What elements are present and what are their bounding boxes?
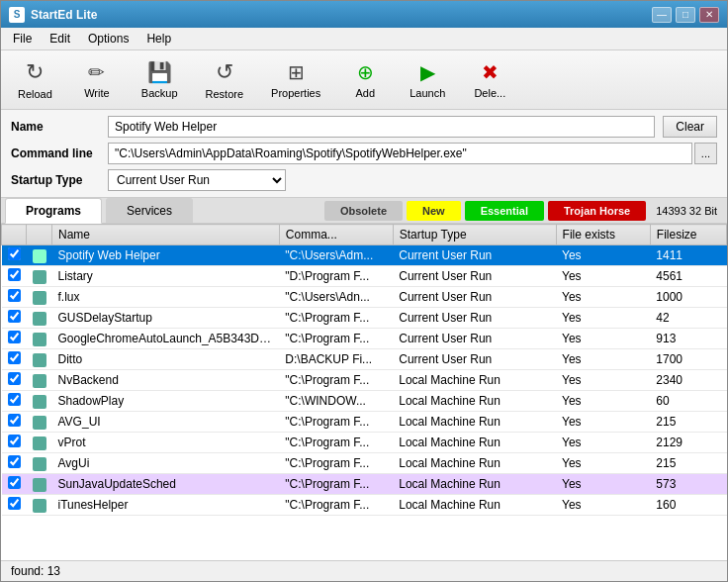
row-checkbox[interactable]: [2, 495, 27, 516]
row-fileexists: Yes: [556, 287, 650, 308]
table-row[interactable]: f.lux "C:\Users\Adn... Current User Run …: [2, 287, 727, 308]
write-label: Write: [84, 87, 109, 99]
row-filesize: 1000: [650, 287, 726, 308]
window-controls: — □ ✕: [652, 7, 719, 23]
col-cmd[interactable]: Comma...: [279, 225, 393, 245]
tab-programs[interactable]: Programs: [5, 198, 102, 224]
table-row[interactable]: AVG_UI "C:\Program F... Local Machine Ru…: [2, 412, 727, 433]
menu-options[interactable]: Options: [80, 30, 136, 48]
row-name[interactable]: NvBackend: [52, 370, 280, 391]
row-checkbox[interactable]: [2, 245, 27, 266]
table-row[interactable]: Spotify Web Helper "C:\Users\Adm... Curr…: [2, 245, 727, 266]
table-row[interactable]: Listary "D:\Program F... Current User Ru…: [2, 266, 727, 287]
row-name[interactable]: f.lux: [52, 287, 280, 308]
table-row[interactable]: vProt "C:\Program F... Local Machine Run…: [2, 433, 727, 453]
row-fileexists: Yes: [556, 308, 650, 329]
row-name[interactable]: vProt: [52, 433, 280, 453]
restore-button[interactable]: ↺ Restore: [193, 54, 257, 105]
properties-button[interactable]: ⊞ Properties: [258, 54, 333, 105]
menu-help[interactable]: Help: [138, 30, 179, 48]
table-row[interactable]: AvgUi "C:\Program F... Local Machine Run…: [2, 453, 727, 474]
row-cmd: "C:\Program F...: [279, 453, 393, 474]
name-input[interactable]: [108, 116, 655, 138]
row-name[interactable]: AVG_UI: [52, 412, 280, 433]
maximize-button[interactable]: □: [676, 7, 695, 23]
close-button[interactable]: ✕: [699, 7, 719, 23]
reload-button[interactable]: ↻ Reload: [5, 54, 65, 105]
row-icon-cell: [27, 287, 52, 308]
row-filesize: 215: [650, 412, 726, 433]
cmd-input[interactable]: [108, 143, 692, 164]
startup-label: Startup Type: [11, 173, 100, 187]
row-name[interactable]: iTunesHelper: [52, 495, 280, 516]
launch-button[interactable]: ▶ Launch: [397, 54, 458, 105]
write-button[interactable]: ✏ Write: [67, 54, 127, 105]
table-row[interactable]: GUSDelayStartup "C:\Program F... Current…: [2, 308, 727, 329]
backup-button[interactable]: 💾 Backup: [129, 54, 191, 105]
col-filesize[interactable]: Filesize: [650, 225, 726, 245]
minimize-button[interactable]: —: [652, 7, 672, 23]
menu-file[interactable]: File: [5, 30, 40, 48]
row-checkbox[interactable]: [2, 453, 27, 474]
table-row[interactable]: ShadowPlay "C:\WINDOW... Local Machine R…: [2, 391, 727, 412]
row-checkbox[interactable]: [2, 329, 27, 349]
table-row[interactable]: GoogleChromeAutoLaunch_A5B343D047F "C:\P…: [2, 329, 727, 349]
col-startup[interactable]: Startup Type: [393, 225, 556, 245]
reload-label: Reload: [18, 88, 52, 100]
row-checkbox[interactable]: [2, 308, 27, 329]
row-checkbox[interactable]: [2, 391, 27, 412]
backup-icon: 💾: [147, 60, 172, 84]
row-cmd: "C:\Program F...: [279, 308, 393, 329]
table-row[interactable]: SunJavaUpdateSched "C:\Program F... Loca…: [2, 474, 727, 495]
menu-edit[interactable]: Edit: [42, 30, 78, 48]
category-essential-button[interactable]: Essential: [465, 201, 544, 221]
row-icon-cell: [27, 349, 52, 370]
row-checkbox[interactable]: [2, 412, 27, 433]
row-checkbox[interactable]: [2, 287, 27, 308]
table-row[interactable]: Ditto D:\BACKUP Fi... Current User Run Y…: [2, 349, 727, 370]
col-fileexists[interactable]: File exists: [556, 225, 650, 245]
row-startup: Local Machine Run: [393, 412, 556, 433]
category-trojan-button[interactable]: Trojan Horse: [548, 201, 646, 221]
row-icon-cell: [27, 329, 52, 349]
row-name[interactable]: AvgUi: [52, 453, 280, 474]
row-name[interactable]: GUSDelayStartup: [52, 308, 280, 329]
row-name[interactable]: Listary: [52, 266, 280, 287]
delete-button[interactable]: ✖ Dele...: [460, 54, 519, 105]
window-title: StartEd Lite: [31, 8, 97, 22]
add-button[interactable]: ⊕ Add: [335, 54, 395, 105]
row-fileexists: Yes: [556, 474, 650, 495]
row-cmd: "C:\Program F...: [279, 433, 393, 453]
row-fileexists: Yes: [556, 412, 650, 433]
row-checkbox[interactable]: [2, 349, 27, 370]
category-obsolete-button[interactable]: Obsolete: [324, 201, 403, 221]
table-container: Name Comma... Startup Type File exists F…: [1, 224, 727, 560]
startup-type-select[interactable]: Current User Run Local Machine Run Curre…: [108, 169, 286, 191]
row-startup: Current User Run: [393, 308, 556, 329]
row-checkbox[interactable]: [2, 370, 27, 391]
cmd-browse-button[interactable]: ...: [694, 143, 717, 164]
category-new-button[interactable]: New: [407, 201, 461, 221]
row-checkbox[interactable]: [2, 474, 27, 495]
tab-services[interactable]: Services: [106, 198, 193, 223]
row-name[interactable]: ShadowPlay: [52, 391, 280, 412]
status-text: found: 13: [11, 564, 60, 578]
clear-button[interactable]: Clear: [663, 116, 717, 138]
row-name[interactable]: SunJavaUpdateSched: [52, 474, 280, 495]
row-checkbox[interactable]: [2, 433, 27, 453]
row-name[interactable]: Spotify Web Helper: [52, 245, 280, 266]
row-filesize: 215: [650, 453, 726, 474]
table-row[interactable]: NvBackend "C:\Program F... Local Machine…: [2, 370, 727, 391]
col-name[interactable]: Name: [52, 225, 280, 245]
launch-icon: ▶: [420, 60, 435, 84]
row-name[interactable]: GoogleChromeAutoLaunch_A5B343D047F: [52, 329, 280, 349]
row-name[interactable]: Ditto: [52, 349, 280, 370]
row-fileexists: Yes: [556, 370, 650, 391]
table-row[interactable]: iTunesHelper "C:\Program F... Local Mach…: [2, 495, 727, 516]
row-fileexists: Yes: [556, 495, 650, 516]
col-icon: [27, 225, 52, 245]
row-filesize: 2340: [650, 370, 726, 391]
row-startup: Current User Run: [393, 287, 556, 308]
row-checkbox[interactable]: [2, 266, 27, 287]
row-filesize: 573: [650, 474, 726, 495]
